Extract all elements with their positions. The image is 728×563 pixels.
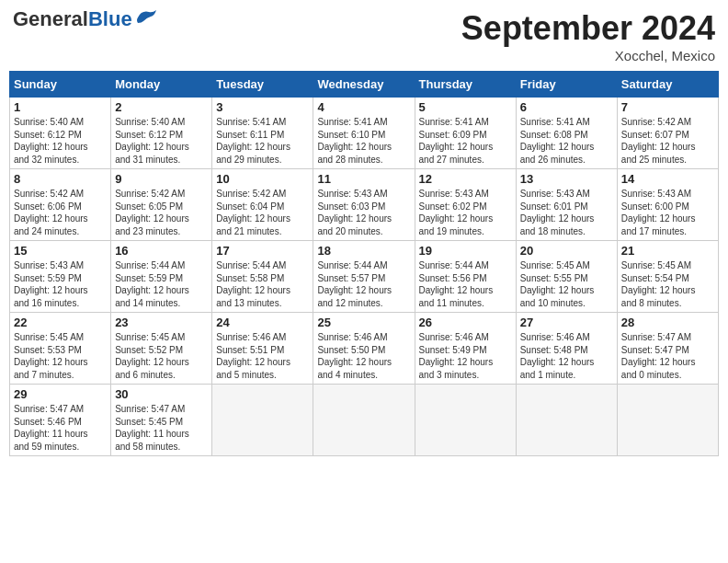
day-number: 11 [317, 172, 410, 186]
calendar-cell [415, 385, 516, 456]
calendar-cell: 17Sunrise: 5:44 AMSunset: 5:58 PMDayligh… [212, 241, 313, 313]
weekday-header-monday: Monday [111, 72, 212, 98]
calendar-cell: 9Sunrise: 5:42 AMSunset: 6:05 PMDaylight… [111, 169, 212, 241]
cell-details: Sunrise: 5:42 AMSunset: 6:05 PMDaylight:… [115, 188, 208, 237]
cell-details: Sunrise: 5:42 AMSunset: 6:07 PMDaylight:… [621, 116, 714, 166]
calendar-cell: 11Sunrise: 5:43 AMSunset: 6:03 PMDayligh… [313, 169, 415, 241]
weekday-header-friday: Friday [516, 72, 617, 98]
calendar-week-row: 8Sunrise: 5:42 AMSunset: 6:06 PMDaylight… [10, 169, 719, 241]
day-number: 2 [115, 100, 208, 114]
day-number: 26 [419, 316, 512, 329]
day-number: 9 [115, 172, 208, 186]
day-number: 12 [419, 172, 512, 186]
cell-details: Sunrise: 5:47 AMSunset: 5:46 PMDaylight:… [14, 403, 107, 453]
cell-details: Sunrise: 5:46 AMSunset: 5:51 PMDaylight:… [216, 331, 309, 381]
calendar-cell: 2Sunrise: 5:40 AMSunset: 6:12 PMDaylight… [111, 98, 212, 169]
day-number: 27 [520, 316, 613, 329]
day-number: 17 [216, 244, 309, 258]
day-number: 8 [14, 172, 107, 186]
weekday-header-wednesday: Wednesday [313, 72, 415, 98]
calendar-table: SundayMondayTuesdayWednesdayThursdayFrid… [9, 71, 719, 456]
cell-details: Sunrise: 5:41 AMSunset: 6:09 PMDaylight:… [419, 116, 512, 166]
day-number: 5 [419, 100, 512, 114]
calendar-cell: 26Sunrise: 5:46 AMSunset: 5:49 PMDayligh… [415, 313, 516, 385]
cell-details: Sunrise: 5:46 AMSunset: 5:48 PMDaylight:… [520, 331, 613, 381]
calendar-cell: 23Sunrise: 5:45 AMSunset: 5:52 PMDayligh… [111, 313, 212, 385]
cell-details: Sunrise: 5:43 AMSunset: 6:02 PMDaylight:… [419, 188, 512, 237]
calendar-week-row: 29Sunrise: 5:47 AMSunset: 5:46 PMDayligh… [10, 385, 719, 456]
weekday-header-saturday: Saturday [617, 72, 718, 98]
calendar-cell: 12Sunrise: 5:43 AMSunset: 6:02 PMDayligh… [415, 169, 516, 241]
logo-bird-icon [134, 8, 160, 27]
calendar-cell: 28Sunrise: 5:47 AMSunset: 5:47 PMDayligh… [617, 313, 718, 385]
calendar-cell: 10Sunrise: 5:42 AMSunset: 6:04 PMDayligh… [212, 169, 313, 241]
cell-details: Sunrise: 5:42 AMSunset: 6:06 PMDaylight:… [14, 188, 107, 237]
day-number: 30 [115, 387, 208, 401]
day-number: 23 [115, 316, 208, 329]
calendar-cell: 27Sunrise: 5:46 AMSunset: 5:48 PMDayligh… [516, 313, 617, 385]
day-number: 3 [216, 100, 309, 114]
weekday-header-sunday: Sunday [10, 72, 111, 98]
cell-details: Sunrise: 5:45 AMSunset: 5:54 PMDaylight:… [621, 259, 714, 309]
calendar-cell: 7Sunrise: 5:42 AMSunset: 6:07 PMDaylight… [617, 98, 718, 169]
cell-details: Sunrise: 5:42 AMSunset: 6:04 PMDaylight:… [216, 188, 309, 237]
day-number: 16 [115, 244, 208, 258]
calendar-cell [212, 385, 313, 456]
calendar-cell: 6Sunrise: 5:41 AMSunset: 6:08 PMDaylight… [516, 98, 617, 169]
calendar-cell [313, 385, 415, 456]
cell-details: Sunrise: 5:45 AMSunset: 5:55 PMDaylight:… [520, 259, 613, 309]
cell-details: Sunrise: 5:43 AMSunset: 6:00 PMDaylight:… [621, 188, 714, 237]
cell-details: Sunrise: 5:41 AMSunset: 6:10 PMDaylight:… [317, 116, 410, 166]
calendar-cell: 1Sunrise: 5:40 AMSunset: 6:12 PMDaylight… [10, 98, 111, 169]
day-number: 1 [14, 100, 107, 114]
day-number: 25 [317, 316, 410, 329]
day-number: 18 [317, 244, 410, 258]
calendar-cell: 21Sunrise: 5:45 AMSunset: 5:54 PMDayligh… [617, 241, 718, 313]
calendar-cell: 22Sunrise: 5:45 AMSunset: 5:53 PMDayligh… [10, 313, 111, 385]
cell-details: Sunrise: 5:41 AMSunset: 6:11 PMDaylight:… [216, 116, 309, 166]
day-number: 28 [621, 316, 714, 329]
cell-details: Sunrise: 5:41 AMSunset: 6:08 PMDaylight:… [520, 116, 613, 166]
calendar-cell [617, 385, 718, 456]
page-header: GeneralBlue September 2024 Xocchel, Mexi… [9, 9, 719, 63]
calendar-cell: 25Sunrise: 5:46 AMSunset: 5:50 PMDayligh… [313, 313, 415, 385]
cell-details: Sunrise: 5:45 AMSunset: 5:53 PMDaylight:… [14, 331, 107, 381]
calendar-cell: 20Sunrise: 5:45 AMSunset: 5:55 PMDayligh… [516, 241, 617, 313]
calendar-cell: 3Sunrise: 5:41 AMSunset: 6:11 PMDaylight… [212, 98, 313, 169]
cell-details: Sunrise: 5:45 AMSunset: 5:52 PMDaylight:… [115, 331, 208, 381]
day-number: 7 [621, 100, 714, 114]
cell-details: Sunrise: 5:47 AMSunset: 5:45 PMDaylight:… [115, 403, 208, 453]
cell-details: Sunrise: 5:43 AMSunset: 6:01 PMDaylight:… [520, 188, 613, 237]
location: Xocchel, Mexico [461, 48, 715, 63]
calendar-cell: 4Sunrise: 5:41 AMSunset: 6:10 PMDaylight… [313, 98, 415, 169]
weekday-header-tuesday: Tuesday [212, 72, 313, 98]
cell-details: Sunrise: 5:47 AMSunset: 5:47 PMDaylight:… [621, 331, 714, 381]
weekday-header-thursday: Thursday [415, 72, 516, 98]
logo: GeneralBlue [13, 9, 160, 29]
calendar-cell: 15Sunrise: 5:43 AMSunset: 5:59 PMDayligh… [10, 241, 111, 313]
calendar-cell: 30Sunrise: 5:47 AMSunset: 5:45 PMDayligh… [111, 385, 212, 456]
month-title: September 2024 [461, 9, 715, 48]
cell-details: Sunrise: 5:43 AMSunset: 6:03 PMDaylight:… [317, 188, 410, 237]
day-number: 15 [14, 244, 107, 258]
calendar-cell: 14Sunrise: 5:43 AMSunset: 6:00 PMDayligh… [617, 169, 718, 241]
cell-details: Sunrise: 5:40 AMSunset: 6:12 PMDaylight:… [14, 116, 107, 166]
day-number: 6 [520, 100, 613, 114]
calendar-cell: 19Sunrise: 5:44 AMSunset: 5:56 PMDayligh… [415, 241, 516, 313]
day-number: 13 [520, 172, 613, 186]
calendar-header-row: SundayMondayTuesdayWednesdayThursdayFrid… [10, 72, 719, 98]
day-number: 24 [216, 316, 309, 329]
calendar-cell: 29Sunrise: 5:47 AMSunset: 5:46 PMDayligh… [10, 385, 111, 456]
day-number: 29 [14, 387, 107, 401]
day-number: 22 [14, 316, 107, 329]
calendar-cell: 8Sunrise: 5:42 AMSunset: 6:06 PMDaylight… [10, 169, 111, 241]
cell-details: Sunrise: 5:44 AMSunset: 5:57 PMDaylight:… [317, 259, 410, 309]
day-number: 21 [621, 244, 714, 258]
day-number: 14 [621, 172, 714, 186]
calendar-cell: 16Sunrise: 5:44 AMSunset: 5:59 PMDayligh… [111, 241, 212, 313]
day-number: 4 [317, 100, 410, 114]
logo-general: General [13, 7, 88, 30]
cell-details: Sunrise: 5:46 AMSunset: 5:49 PMDaylight:… [419, 331, 512, 381]
calendar-week-row: 15Sunrise: 5:43 AMSunset: 5:59 PMDayligh… [10, 241, 719, 313]
cell-details: Sunrise: 5:46 AMSunset: 5:50 PMDaylight:… [317, 331, 410, 381]
